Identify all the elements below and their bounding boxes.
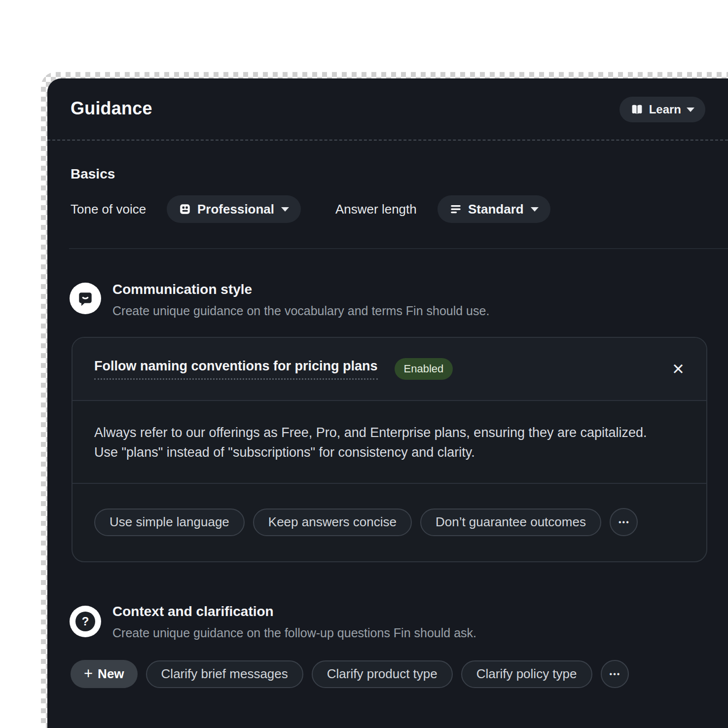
chevron-down-icon: [281, 207, 289, 212]
basics-divider: [69, 248, 728, 249]
tag-use-simple-language[interactable]: Use simple language: [94, 509, 245, 536]
page: Guidance Learn Basics Tone of voice: [0, 0, 728, 728]
guidance-body-line-2: Use "plans" instead of "subscriptions" f…: [94, 442, 685, 462]
plus-icon: +: [84, 666, 93, 681]
question-mark-glyph: ?: [75, 612, 95, 631]
communication-style-title: Communication style: [112, 282, 252, 297]
learn-label: Learn: [649, 103, 681, 116]
status-badge: Enabled: [395, 358, 453, 380]
tone-of-voice-label: Tone of voice: [71, 202, 146, 217]
guidance-body-line-1: Always refer to our offerings as Free, P…: [94, 423, 685, 442]
tag-keep-answers-concise[interactable]: Keep answers concise: [253, 509, 412, 536]
ellipsis-icon: •••: [609, 670, 621, 679]
answer-length-label: Answer length: [335, 202, 417, 217]
close-icon[interactable]: ✕: [672, 362, 685, 377]
new-guidance-button[interactable]: + New: [71, 660, 138, 688]
ellipsis-icon: •••: [618, 518, 630, 527]
guidance-card-body[interactable]: Always refer to our offerings as Free, P…: [73, 401, 706, 484]
guidance-card-footer: Use simple language Keep answers concise…: [73, 484, 706, 560]
chevron-down-icon: [531, 207, 539, 212]
tone-of-voice-value: Professional: [197, 202, 274, 217]
context-buttons-row: + New Clarify brief messages Clarify pro…: [71, 660, 629, 688]
answer-length-dropdown[interactable]: Standard: [437, 195, 550, 223]
learn-button[interactable]: Learn: [619, 97, 705, 122]
tone-of-voice-dropdown[interactable]: Professional: [167, 195, 301, 223]
chat-bubble-icon: [70, 283, 101, 314]
context-clarification-title: Context and clarification: [112, 604, 274, 619]
more-tags-button[interactable]: •••: [610, 508, 638, 536]
page-title: Guidance: [71, 98, 152, 119]
guidance-card-title[interactable]: Follow naming conventions for pricing pl…: [94, 359, 378, 380]
communication-style-subtitle: Create unique guidance on the vocabulary…: [112, 304, 489, 318]
text-lines-icon: [449, 203, 462, 216]
question-mark-icon: ?: [70, 606, 101, 637]
professional-badge-icon: [179, 203, 191, 216]
chip-clarify-brief-messages[interactable]: Clarify brief messages: [146, 660, 303, 688]
more-chips-button[interactable]: •••: [601, 660, 629, 688]
header-dashed-divider: [47, 140, 728, 141]
chip-clarify-policy-type[interactable]: Clarify policy type: [461, 660, 592, 688]
book-icon: [630, 103, 644, 116]
answer-length-value: Standard: [468, 202, 524, 217]
chevron-down-icon: [687, 108, 694, 112]
guidance-panel: Guidance Learn Basics Tone of voice: [47, 78, 728, 728]
guidance-card: Follow naming conventions for pricing pl…: [72, 337, 707, 562]
context-clarification-subtitle: Create unique guidance on the follow-up …: [112, 626, 476, 640]
chip-clarify-product-type[interactable]: Clarify product type: [312, 660, 453, 688]
basics-section-title: Basics: [71, 166, 115, 182]
tag-dont-guarantee-outcomes[interactable]: Don’t guarantee outcomes: [420, 509, 601, 536]
new-button-label: New: [98, 666, 124, 682]
guidance-card-header: Follow naming conventions for pricing pl…: [73, 338, 706, 401]
